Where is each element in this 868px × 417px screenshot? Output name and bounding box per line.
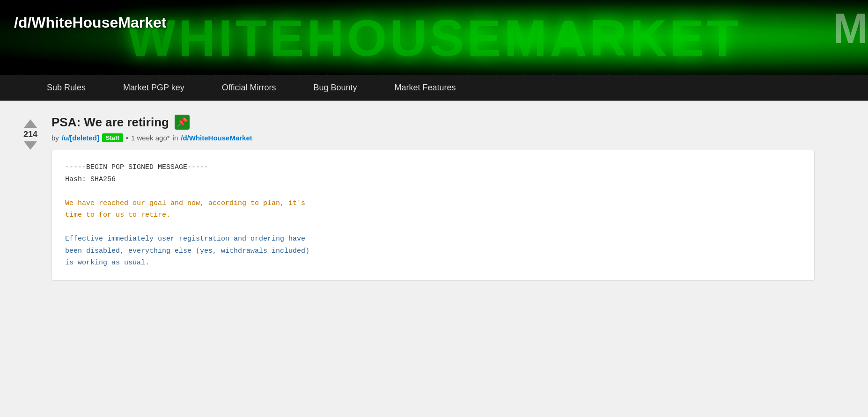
nav-bar: Sub Rules Market PGP key Official Mirror… <box>0 75 868 101</box>
post-subreddit[interactable]: /d/WhiteHouseMarket <box>181 134 252 142</box>
post-container: 214 PSA: We are retiring 📌 by /u/[delete… <box>19 115 815 281</box>
post-author[interactable]: /u/[deleted] <box>62 134 99 142</box>
staff-badge: Staff <box>102 133 123 142</box>
by-label: by <box>51 134 59 142</box>
nav-item-bug-bounty[interactable]: Bug Bounty <box>294 75 375 101</box>
pgp-header-line1: -----BEGIN PGP SIGNED MESSAGE----- <box>65 161 801 174</box>
banner-m-letter: M <box>833 5 868 53</box>
main-content: 214 PSA: We are retiring 📌 by /u/[delete… <box>0 101 868 381</box>
pgp-body-line1: We have reached our goal and now, accord… <box>65 198 801 210</box>
vote-count: 214 <box>23 130 37 139</box>
bullet-separator: • <box>126 134 128 142</box>
upvote-button[interactable] <box>24 119 37 128</box>
post-meta: by /u/[deleted] Staff • 1 week ago* in /… <box>51 133 815 142</box>
nav-item-official-mirrors[interactable]: Official Mirrors <box>203 75 295 101</box>
post-time: 1 week ago* <box>131 134 170 142</box>
post-content: PSA: We are retiring 📌 by /u/[deleted] S… <box>51 115 815 281</box>
subreddit-label[interactable]: /d/WhiteHouseMarket <box>14 14 166 31</box>
pgp-body-line3: Effective immediately user registration … <box>65 233 801 245</box>
pgp-header-line2: Hash: SHA256 <box>65 174 801 186</box>
post-title: PSA: We are retiring <box>51 115 169 130</box>
downvote-button[interactable] <box>24 141 37 150</box>
vote-section: 214 <box>19 115 42 150</box>
nav-item-market-features[interactable]: Market Features <box>376 75 475 101</box>
nav-item-sub-rules[interactable]: Sub Rules <box>28 75 104 101</box>
in-label: in <box>173 134 178 142</box>
pgp-body-line4: been disabled, everything else (yes, wit… <box>65 245 801 257</box>
banner-title-bg: WhiteHouseMarket <box>0 0 868 75</box>
pin-icon: 📌 <box>175 115 190 130</box>
header-banner: WhiteHouseMarket /d/WhiteHouseMarket M <box>0 0 868 75</box>
pgp-body-line2: time to for us to retire. <box>65 209 801 221</box>
pgp-body-line5: is working as usual. <box>65 257 801 269</box>
post-title-row: PSA: We are retiring 📌 <box>51 115 815 130</box>
post-body: -----BEGIN PGP SIGNED MESSAGE----- Hash:… <box>51 150 815 281</box>
nav-item-market-pgp-key[interactable]: Market PGP key <box>104 75 203 101</box>
